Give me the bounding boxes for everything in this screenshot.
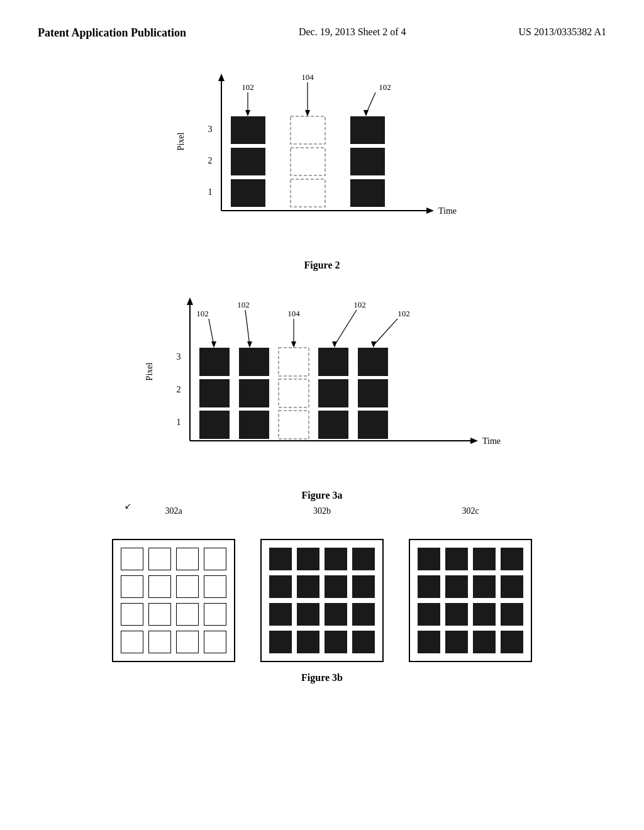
svg-text:2: 2	[177, 385, 181, 394]
svg-text:104: 104	[301, 72, 314, 82]
svg-text:2: 2	[208, 156, 213, 165]
svg-rect-12	[291, 179, 325, 207]
svg-line-64	[374, 319, 397, 345]
svg-text:104: 104	[287, 309, 300, 318]
svg-marker-62	[332, 341, 337, 348]
svg-marker-26	[364, 110, 369, 116]
svg-rect-9	[231, 179, 265, 207]
svg-rect-14	[291, 116, 325, 144]
svg-rect-41	[239, 348, 269, 376]
figure2-container: 1 2 3 Pixel Time 102 104	[38, 66, 606, 271]
panel-302a-label: 302a	[165, 506, 182, 516]
svg-rect-17	[350, 116, 385, 144]
svg-text:Time: Time	[438, 206, 457, 216]
panel-302b: 302b	[260, 520, 384, 662]
figure3b-container: 302a ↙	[38, 520, 606, 683]
figure3b-panels: 302a ↙	[112, 520, 532, 662]
svg-rect-48	[358, 411, 388, 439]
page-header: Patent Application Publication Dec. 19, …	[0, 0, 644, 53]
svg-rect-40	[239, 379, 269, 407]
panel-302c-label: 302c	[462, 506, 479, 516]
svg-text:3: 3	[177, 352, 181, 362]
svg-marker-3	[426, 208, 434, 214]
svg-rect-16	[350, 148, 385, 175]
svg-marker-23	[305, 110, 310, 116]
figure2-svg: 1 2 3 Pixel Time 102 104	[171, 66, 473, 255]
svg-rect-11	[231, 116, 265, 144]
svg-marker-53	[211, 341, 216, 348]
svg-rect-10	[231, 148, 265, 175]
svg-marker-30	[470, 438, 478, 444]
sheet-info: Dec. 19, 2013 Sheet 2 of 4	[299, 25, 406, 39]
svg-text:Pixel: Pixel	[145, 363, 154, 381]
svg-rect-13	[291, 148, 325, 175]
patent-number: US 2013/0335382 A1	[518, 25, 606, 39]
figure3a-container: 1 2 3 Pixel Time	[38, 290, 606, 501]
svg-rect-15	[350, 179, 385, 207]
svg-rect-44	[279, 348, 309, 376]
svg-line-52	[209, 319, 214, 345]
panel-302c: 302c	[409, 520, 532, 662]
figure2-caption: Figure 2	[304, 260, 340, 271]
svg-line-55	[245, 310, 250, 345]
figure3a-caption: Figure 3a	[301, 490, 342, 501]
svg-text:1: 1	[177, 418, 181, 427]
svg-rect-47	[318, 348, 348, 376]
main-content: 1 2 3 Pixel Time 102 104	[0, 53, 644, 696]
panel-302b-label: 302b	[313, 506, 331, 516]
svg-rect-50	[358, 348, 388, 376]
svg-line-61	[335, 310, 357, 345]
svg-rect-39	[239, 411, 269, 439]
svg-rect-46	[318, 379, 348, 407]
svg-rect-49	[358, 379, 388, 407]
svg-text:Time: Time	[482, 436, 501, 446]
svg-marker-20	[245, 110, 250, 116]
svg-text:102: 102	[397, 309, 410, 318]
svg-text:102: 102	[379, 82, 391, 92]
svg-text:102: 102	[237, 300, 250, 309]
svg-rect-36	[199, 411, 230, 439]
svg-marker-59	[291, 341, 296, 348]
svg-marker-56	[247, 341, 252, 348]
svg-marker-65	[371, 341, 376, 348]
svg-rect-42	[279, 411, 309, 439]
figure3b-caption: Figure 3b	[301, 672, 343, 683]
svg-rect-38	[199, 348, 230, 376]
svg-rect-43	[279, 379, 309, 407]
svg-marker-1	[218, 74, 225, 81]
svg-rect-45	[318, 411, 348, 439]
svg-text:102: 102	[242, 82, 254, 92]
svg-text:1: 1	[208, 187, 213, 197]
panel-302a: 302a ↙	[112, 520, 235, 662]
svg-rect-37	[199, 379, 230, 407]
svg-text:3: 3	[208, 124, 213, 134]
svg-text:102: 102	[196, 309, 209, 318]
svg-text:Pixel: Pixel	[176, 133, 186, 151]
publication-label: Patent Application Publication	[38, 25, 186, 41]
svg-marker-28	[187, 297, 193, 305]
svg-text:102: 102	[353, 300, 366, 309]
figure3a-svg: 1 2 3 Pixel Time	[140, 290, 504, 485]
